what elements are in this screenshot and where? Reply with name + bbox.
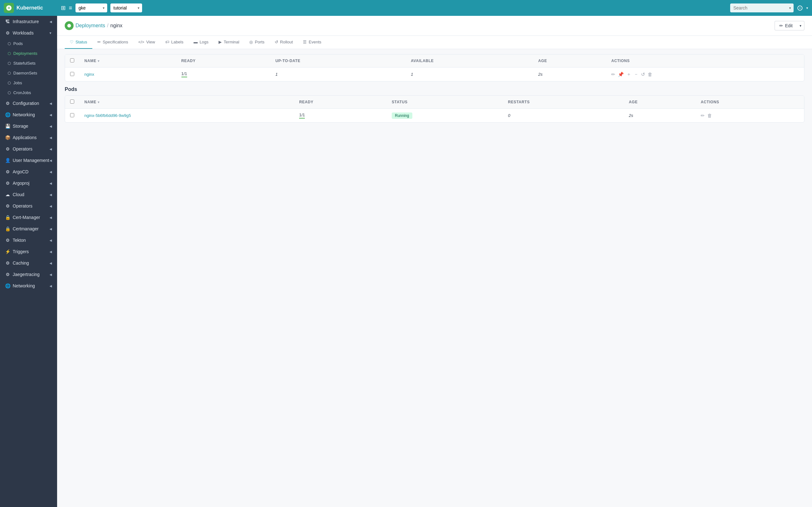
sidebar-item-cronjobs[interactable]: ⬡ CronJobs [0,88,57,98]
sidebar-item-applications[interactable]: 📦 Applications ◀ [0,132,57,143]
add-action-icon[interactable]: ＋ [626,71,631,77]
pod-restarts-cell: 0 [503,109,623,123]
applications-icon: 📦 [5,135,10,140]
sidebar-item-argoproj[interactable]: ⚙ Argoproj ◀ [0,177,57,189]
sidebar-item-networking[interactable]: 🌐 Networking ◀ [0,109,57,120]
sidebar-item-user-management[interactable]: 👤 User Management ◀ [0,155,57,166]
pods-col-name[interactable]: NAME ▾ [79,96,294,109]
applications-chevron: ◀ [49,136,52,139]
breadcrumb-link[interactable]: Deployments [75,23,105,29]
tab-events[interactable]: ☰ Events [298,36,326,49]
pod-row-checkbox-cell [65,109,79,123]
edit-dropdown-button[interactable]: ▾ [797,21,804,31]
breadcrumb-icon [65,21,73,30]
deployments-col-ready: READY [176,55,270,67]
user-management-icon: 👤 [5,158,10,163]
namespace-dropdown-wrapper[interactable]: tutorial ▾ [110,3,142,12]
cloud-chevron: ◀ [49,193,52,196]
sidebar-label-storage: Storage [13,124,28,129]
sidebar-item-infrastructure[interactable]: 🏗 Infrastructure ◀ [0,16,57,27]
sidebar-label-networking2: Networking [13,283,35,288]
deployments-select-all[interactable] [70,58,74,62]
name-sort-icon: ▾ [98,59,100,63]
grid-icon[interactable]: ⊞ [61,4,66,11]
sidebar-item-jobs[interactable]: ⬡ Jobs [0,78,57,88]
configuration-icon: ⚙ [5,101,10,106]
row-checkbox-cell [65,67,79,81]
edit-button-label: Edit [785,23,793,28]
edit-icon: ✏ [779,23,783,28]
sidebar-item-workloads[interactable]: ⚙ Workloads ▼ [0,27,57,39]
deployments-col-up-to-date: UP-TO-DATE [270,55,406,67]
table-row: nginx 1/1 1 1 2s [65,67,804,81]
row-checkbox[interactable] [70,72,74,76]
deployments-section: NAME ▾ READY UP-TO-DATE AVAILABLE AGE AC… [57,49,812,128]
tab-labels-label: Labels [171,40,183,44]
sidebar-item-caching[interactable]: ⚙ Caching ◀ [0,257,57,269]
tab-labels[interactable]: 🏷 Labels [160,36,189,49]
tab-specifications[interactable]: ✏ Specifications [92,36,133,49]
namespace-dropdown[interactable]: tutorial [110,3,142,12]
pod-delete-action-icon[interactable]: 🗑 [707,113,712,118]
app-name: Kubernetic [16,5,43,11]
search-input[interactable] [730,3,794,12]
user-dropdown-arrow[interactable]: ▾ [806,6,808,10]
sidebar-item-triggers[interactable]: ⚡ Triggers ◀ [0,246,57,257]
tab-rollout-label: Rollout [280,40,293,44]
tab-rollout[interactable]: ↺ Rollout [270,36,298,49]
deployments-col-name[interactable]: NAME ▾ [79,55,176,67]
sidebar-item-operators[interactable]: ⚙ Operators ◀ [0,143,57,155]
content-area: Deployments / nginx ✏ Edit ▾ ♡ Status ✏ … [57,16,812,507]
subtract-action-icon[interactable]: － [634,71,639,77]
sidebar-item-operators2[interactable]: ⚙ Operators ◀ [0,200,57,212]
sidebar-item-jaegertracing[interactable]: ⚙ Jaegertracing ◀ [0,269,57,280]
sidebar-label-networking: Networking [13,112,35,117]
sidebar-item-cert-manager[interactable]: 🔒 Cert-Manager ◀ [0,212,57,223]
deployment-up-to-date-cell: 1 [270,67,406,81]
sidebar-item-cloud[interactable]: ☁ Cloud ◀ [0,189,57,200]
edit-action-icon[interactable]: ✏ [611,72,615,77]
deployment-up-to-date-value: 1 [275,72,277,77]
pods-table-header: NAME ▾ READY STATUS RESTARTS AGE ACTIONS [65,96,804,109]
tab-ports[interactable]: ◎ Ports [244,36,269,49]
cluster-dropdown-wrapper[interactable]: gke ▾ [75,3,107,12]
user-management-chevron: ◀ [49,159,52,162]
jaegertracing-icon: ⚙ [5,272,10,277]
sidebar-item-storage[interactable]: 💾 Storage ◀ [0,120,57,132]
operators2-icon: ⚙ [5,204,10,209]
networking2-icon: 🌐 [5,283,10,288]
infrastructure-icon: 🏗 [5,19,10,24]
user-icon[interactable]: ⊙ [797,3,803,12]
sidebar-label-argoproj: Argoproj [13,181,30,186]
sidebar-item-argocd[interactable]: ⚙ ArgoCD ◀ [0,166,57,177]
breadcrumb-current: nginx [110,23,122,29]
ports-tab-icon: ◎ [249,40,253,44]
tab-logs[interactable]: ▬ Logs [189,36,213,49]
sidebar-label-statefulsets: StatefulSets [13,61,36,66]
refresh-action-icon[interactable]: ↺ [641,72,645,77]
cluster-dropdown[interactable]: gke [75,3,107,12]
tab-view[interactable]: </> View [133,36,160,49]
menu-icon[interactable]: ≡ [69,5,72,11]
sidebar-item-daemonsets[interactable]: ⬡ DaemonSets [0,68,57,78]
pin-action-icon[interactable]: 📌 [618,72,624,77]
pod-name-link[interactable]: nginx-5b6fb6dd96-9w9g5 [84,113,131,118]
deployments-table-wrapper: NAME ▾ READY UP-TO-DATE AVAILABLE AGE AC… [65,54,804,81]
deployment-name-link[interactable]: nginx [84,72,94,77]
pods-select-all[interactable] [70,100,74,104]
sidebar-item-deployments[interactable]: ⬡ Deployments [0,49,57,58]
pod-edit-action-icon[interactable]: ✏ [701,113,705,118]
edit-button[interactable]: ✏ Edit [774,21,797,31]
sidebar-item-configuration[interactable]: ⚙ Configuration ◀ [0,98,57,109]
tab-status[interactable]: ♡ Status [65,36,92,49]
search-wrapper: ▾ [730,3,794,12]
sidebar-item-statefulsets[interactable]: ⬡ StatefulSets [0,58,57,68]
sidebar-item-tekton[interactable]: ⚙ Tekton ◀ [0,234,57,246]
delete-action-icon[interactable]: 🗑 [648,72,653,77]
pod-row-checkbox[interactable] [70,113,74,117]
sidebar-item-pods[interactable]: ⬡ Pods [0,39,57,49]
sidebar-item-networking2[interactable]: 🌐 Networking ◀ [0,280,57,291]
sidebar-item-certmanager[interactable]: 🔒 Certmanager ◀ [0,223,57,234]
tab-logs-label: Logs [200,40,208,44]
tab-terminal[interactable]: ▶ Terminal [213,36,244,49]
